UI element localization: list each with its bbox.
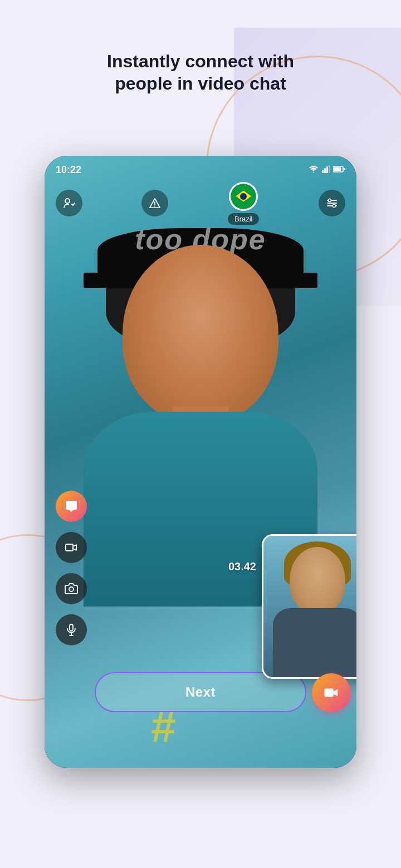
svg-point-7 [65, 199, 70, 203]
report-button[interactable] [141, 190, 168, 216]
self-preview-content [263, 536, 356, 677]
call-timer: 03.42 [228, 560, 256, 573]
video-call-fab[interactable] [312, 673, 351, 712]
svg-rect-17 [70, 624, 73, 631]
svg-point-14 [332, 205, 335, 208]
portrait-face [123, 245, 278, 423]
brazil-diamond [236, 191, 251, 202]
brazil-flag-icon [231, 184, 256, 209]
phone-screen: too dope # 10:22 [45, 156, 356, 768]
chat-button[interactable] [56, 491, 87, 522]
page-title: Instantly connect with people in video c… [61, 50, 340, 95]
svg-rect-15 [66, 544, 73, 551]
wifi-icon [309, 165, 319, 175]
filter-settings-button[interactable] [319, 190, 345, 216]
svg-rect-2 [326, 166, 328, 173]
self-portrait-face [290, 547, 345, 614]
self-preview-thumbnail [262, 534, 356, 679]
svg-point-16 [69, 587, 74, 591]
svg-rect-5 [334, 167, 341, 171]
svg-rect-20 [325, 689, 334, 697]
svg-rect-0 [322, 170, 324, 173]
microphone-button[interactable] [56, 614, 87, 645]
top-controls: Brazil [45, 184, 356, 223]
status-bar: 10:22 [45, 156, 356, 184]
self-portrait-body [273, 608, 356, 679]
status-time: 10:22 [56, 164, 81, 176]
video-toggle-button[interactable] [56, 532, 87, 563]
side-actions [56, 491, 87, 645]
signal-icon [322, 165, 330, 175]
country-name-label: Brazil [228, 213, 260, 225]
phone-frame: too dope # 10:22 [45, 156, 356, 768]
svg-point-13 [328, 199, 331, 202]
brazil-circle [240, 193, 247, 200]
svg-rect-6 [344, 168, 345, 170]
camera-button[interactable] [56, 573, 87, 604]
status-icons [309, 165, 345, 175]
svg-rect-3 [329, 165, 330, 173]
country-badge: Brazil [228, 182, 260, 225]
svg-point-9 [155, 206, 156, 207]
country-flag [229, 182, 258, 211]
phone-mockup: too dope # 10:22 [45, 156, 356, 768]
profile-connect-button[interactable] [56, 190, 82, 216]
battery-icon [333, 165, 345, 174]
svg-rect-1 [324, 168, 326, 173]
